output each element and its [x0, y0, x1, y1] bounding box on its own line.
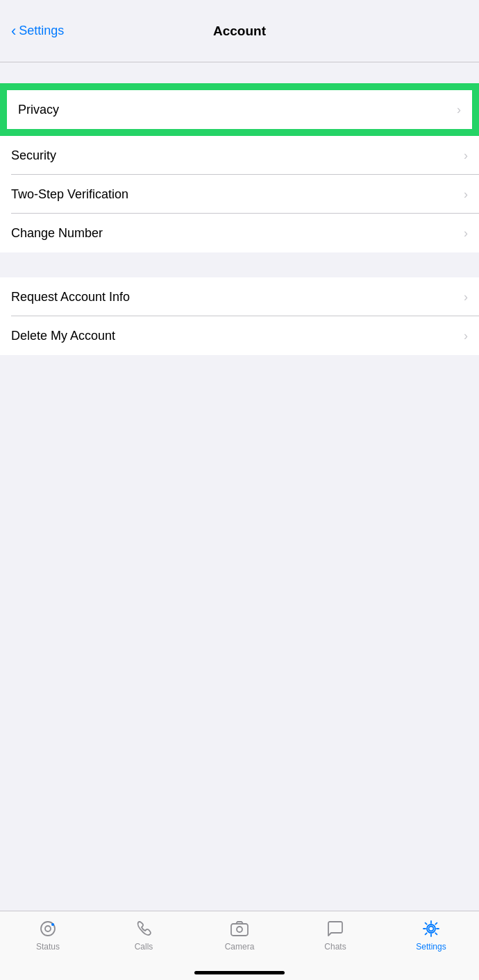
privacy-label: Privacy [18, 103, 59, 117]
svg-point-5 [429, 927, 434, 931]
tab-bar: Status Calls Camera Chats [0, 911, 479, 980]
camera-tab-label: Camera [225, 942, 255, 952]
request-info-chevron-icon: › [464, 290, 468, 304]
privacy-highlight-wrapper: Privacy › [0, 83, 479, 136]
back-label: Settings [19, 24, 64, 38]
svg-point-4 [237, 927, 242, 932]
two-step-menu-item[interactable]: Two-Step Verification › [0, 175, 479, 214]
content-area: Privacy › Security › Two-Step Verificati… [0, 62, 479, 737]
tab-settings[interactable]: Settings [383, 918, 479, 952]
back-chevron-icon: ‹ [11, 24, 16, 39]
security-chevron-icon: › [464, 148, 468, 163]
two-step-chevron-icon: › [464, 187, 468, 202]
status-icon [37, 918, 58, 939]
delete-account-menu-item[interactable]: Delete My Account › [0, 316, 479, 355]
back-button[interactable]: ‹ Settings [11, 24, 64, 39]
settings-tab-label: Settings [416, 942, 446, 952]
page-title: Account [213, 24, 266, 39]
section-separator [0, 252, 479, 277]
menu-section-1: Privacy › Security › Two-Step Verificati… [0, 83, 479, 252]
calls-icon [133, 918, 154, 939]
svg-point-2 [51, 923, 54, 926]
privacy-chevron-icon: › [457, 103, 461, 117]
camera-icon [229, 918, 250, 939]
tab-status[interactable]: Status [0, 918, 96, 952]
two-step-label: Two-Step Verification [11, 187, 128, 202]
calls-tab-label: Calls [135, 942, 153, 952]
main-content: Privacy › Security › Two-Step Verificati… [0, 62, 479, 813]
delete-account-label: Delete My Account [11, 329, 115, 343]
chats-tab-label: Chats [324, 942, 346, 952]
svg-rect-3 [231, 924, 248, 936]
security-menu-item[interactable]: Security › [0, 136, 479, 175]
chats-icon [325, 918, 346, 939]
privacy-menu-item[interactable]: Privacy › [7, 90, 472, 129]
security-label: Security [11, 148, 56, 163]
tab-calls[interactable]: Calls [96, 918, 192, 952]
change-number-label: Change Number [11, 226, 103, 241]
page-header: ‹ Settings Account [0, 0, 479, 62]
request-info-label: Request Account Info [11, 290, 130, 304]
home-indicator [194, 971, 285, 974]
svg-point-1 [45, 926, 51, 931]
delete-account-chevron-icon: › [464, 329, 468, 343]
change-number-menu-item[interactable]: Change Number › [0, 214, 479, 252]
change-number-chevron-icon: › [464, 226, 468, 241]
menu-section-2: Request Account Info › Delete My Account… [0, 277, 479, 355]
settings-icon [421, 918, 442, 939]
status-tab-label: Status [36, 942, 60, 952]
request-info-menu-item[interactable]: Request Account Info › [0, 277, 479, 316]
tab-chats[interactable]: Chats [287, 918, 383, 952]
tab-camera[interactable]: Camera [192, 918, 287, 952]
empty-space [0, 355, 479, 737]
